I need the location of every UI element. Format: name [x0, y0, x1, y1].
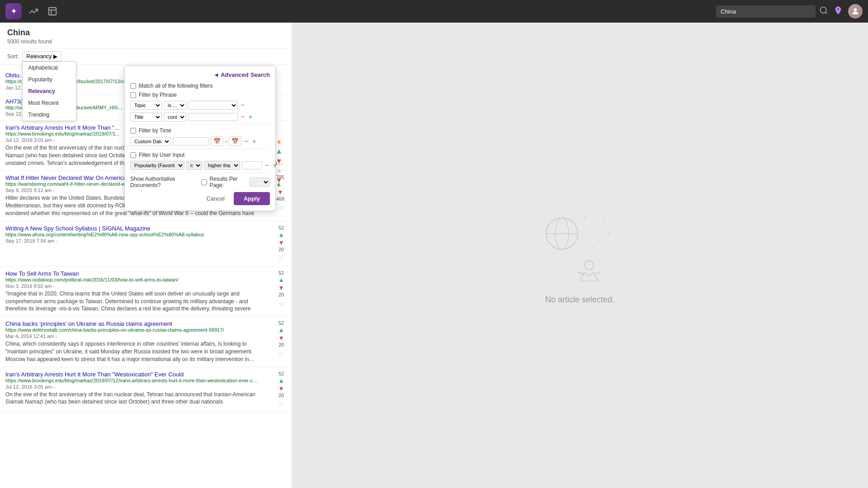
- divider-3: [130, 173, 270, 173]
- bookmark-star[interactable]: ☆: [278, 349, 284, 358]
- title-value-input[interactable]: [188, 113, 238, 121]
- sort-option-alphabetical[interactable]: Alphabetical: [23, 62, 76, 74]
- filter-time-row: Filter by Time: [130, 127, 270, 134]
- sort-option-most-recent[interactable]: Most Recent: [23, 97, 76, 109]
- bookmark-star[interactable]: ☆: [278, 400, 284, 408]
- popularity-select[interactable]: Popularity (Favorites): [130, 161, 184, 170]
- downvote-arrow[interactable]: ▼: [278, 284, 284, 291]
- popularity-filter-row: Popularity (Favorites) is higher than lo…: [130, 161, 270, 170]
- vote-count-down: 20: [278, 247, 284, 252]
- star-gold-icon[interactable]: ★: [276, 138, 282, 145]
- arrow-down-red-icon-2[interactable]: ▼: [275, 176, 283, 184]
- list-item: Iran's Arbitrary Arrests Hurt It More Th…: [0, 367, 292, 413]
- trending-icon-btn[interactable]: [26, 4, 41, 19]
- svg-point-3: [821, 7, 826, 13]
- avatar[interactable]: [848, 4, 863, 19]
- vote-count-up: 52: [278, 225, 284, 230]
- svg-point-19: [585, 261, 594, 270]
- sort-option-trending[interactable]: Trending: [23, 109, 76, 121]
- calendar-to-button[interactable]: 📅: [229, 136, 241, 146]
- result-url: https://www.brookings.edu/blog/markaz/20…: [5, 378, 258, 383]
- topic-value-select[interactable]: [188, 101, 238, 110]
- main-layout: China 5000 results found Sort: Relevancy…: [0, 23, 868, 488]
- left-panel: China 5000 results found Sort: Relevancy…: [0, 23, 292, 488]
- filter-user-checkbox[interactable]: [130, 152, 136, 158]
- threshold-input[interactable]: [242, 161, 262, 169]
- filter-phrase-checkbox[interactable]: [130, 92, 136, 98]
- advanced-search-title[interactable]: ◄ Advanced Search: [213, 71, 270, 78]
- calendar-from-button[interactable]: 📅: [211, 136, 223, 146]
- apply-button[interactable]: Apply: [234, 192, 270, 205]
- result-title[interactable]: Writing A New Spy School Syllabus | SIGN…: [5, 225, 258, 232]
- vote-group-up: 52 ▲: [278, 270, 284, 283]
- match-all-checkbox[interactable]: [130, 83, 136, 89]
- app-logo[interactable]: ✦: [5, 3, 22, 19]
- show-auth-checkbox[interactable]: [201, 179, 207, 185]
- sort-dropdown[interactable]: Relevancy ▶ Alphabetical Popularity Rele…: [22, 52, 61, 61]
- downvote-arrow[interactable]: ▼: [277, 188, 283, 196]
- sort-option-relevancy[interactable]: Relevancy: [23, 85, 76, 97]
- custom-date-select[interactable]: Custom Date: [130, 137, 171, 146]
- results-per-page-select[interactable]: [250, 178, 270, 187]
- time-add-button[interactable]: +: [251, 137, 257, 145]
- news-icon-btn[interactable]: [45, 4, 60, 19]
- result-title[interactable]: How To Sell Arms To Taiwan: [5, 270, 258, 277]
- sort-arrow-icon: ▶: [53, 53, 57, 60]
- match-all-label: Match all of the following filters: [139, 83, 212, 89]
- vote-count-down: 20: [278, 393, 284, 398]
- sort-button[interactable]: Relevancy ▶: [22, 52, 61, 61]
- result-sidebar: 52 ▲ ▼ 20 ☆: [262, 225, 284, 263]
- user-filter-remove-button[interactable]: −: [264, 161, 270, 169]
- upvote-arrow[interactable]: ▲: [278, 231, 284, 238]
- date-from-input[interactable]: [173, 137, 209, 145]
- arrow-up-green-icon[interactable]: ▲: [275, 147, 283, 155]
- search-container: [716, 4, 863, 19]
- topic-remove-button[interactable]: −: [240, 101, 245, 109]
- topic-is-select[interactable]: is ...: [164, 101, 186, 110]
- result-title[interactable]: Iran's Arbitrary Arrests Hurt It More Th…: [5, 371, 258, 378]
- star-empty-icon[interactable]: ★: [276, 167, 282, 174]
- sort-option-popularity[interactable]: Popularity: [23, 74, 76, 85]
- search-input[interactable]: [716, 5, 816, 18]
- arrow-down-red-icon[interactable]: ▼: [275, 157, 283, 165]
- svg-line-4: [826, 12, 827, 14]
- pin-icon[interactable]: [834, 6, 843, 17]
- bookmark-star[interactable]: ☆: [278, 299, 284, 308]
- result-meta: Sep 17, 2019 7:54 am -: [5, 238, 258, 244]
- topic-filter-row: Topic Title is ... −: [130, 101, 270, 110]
- vote-group-down: ▼ 20: [278, 334, 284, 347]
- svg-text:✦: ✦: [582, 215, 587, 221]
- filter-time-label: Filter by Time: [139, 127, 171, 134]
- result-content: Writing A New Spy School Syllabus | SIGN…: [5, 225, 258, 263]
- pop-is-select[interactable]: is: [186, 161, 202, 170]
- illustration-svg: ✦ ✦ ✦ ✦ ✦ ✦ ✦ ✦ ✦ ✦: [535, 206, 625, 288]
- result-url: https://www.afcea.org/content/writing%E2…: [5, 232, 258, 237]
- bookmark-star[interactable]: ☆: [278, 203, 284, 212]
- bookmark-star[interactable]: ☆: [278, 254, 284, 263]
- title-filter-row: Title contains − +: [130, 113, 270, 122]
- upvote-arrow[interactable]: ▲: [278, 276, 284, 283]
- title-field-select[interactable]: Title: [130, 113, 162, 122]
- vote-group-down: ▼ 468: [276, 188, 284, 202]
- downvote-arrow[interactable]: ▼: [278, 239, 284, 246]
- svg-line-24: [594, 272, 600, 274]
- filter-time-checkbox[interactable]: [130, 128, 136, 134]
- date-separator: -: [225, 138, 227, 145]
- title-contains-select[interactable]: contains: [164, 113, 186, 122]
- vote-group-up: 52 ▲: [278, 320, 284, 333]
- higher-than-select[interactable]: higher than lower than: [204, 161, 240, 170]
- result-sidebar: 52 ▲ ▼ 20 ☆: [262, 371, 284, 408]
- result-title[interactable]: China backs ‘principles’ on Ukraine as R…: [5, 320, 258, 327]
- downvote-arrow[interactable]: ▼: [278, 334, 284, 342]
- vote-count-down: 20: [278, 292, 284, 297]
- upvote-arrow[interactable]: ▲: [278, 326, 284, 333]
- topic-select[interactable]: Topic Title: [130, 101, 162, 110]
- title-remove-button[interactable]: −: [240, 113, 245, 121]
- time-remove-button[interactable]: −: [243, 137, 249, 145]
- downvote-arrow[interactable]: ▼: [278, 385, 284, 392]
- upvote-arrow[interactable]: ▲: [278, 377, 284, 384]
- cancel-button[interactable]: Cancel: [201, 192, 230, 205]
- title-add-button[interactable]: +: [247, 113, 253, 121]
- filter-user-row: Filter by User Input: [130, 152, 270, 158]
- search-icon[interactable]: [819, 6, 828, 17]
